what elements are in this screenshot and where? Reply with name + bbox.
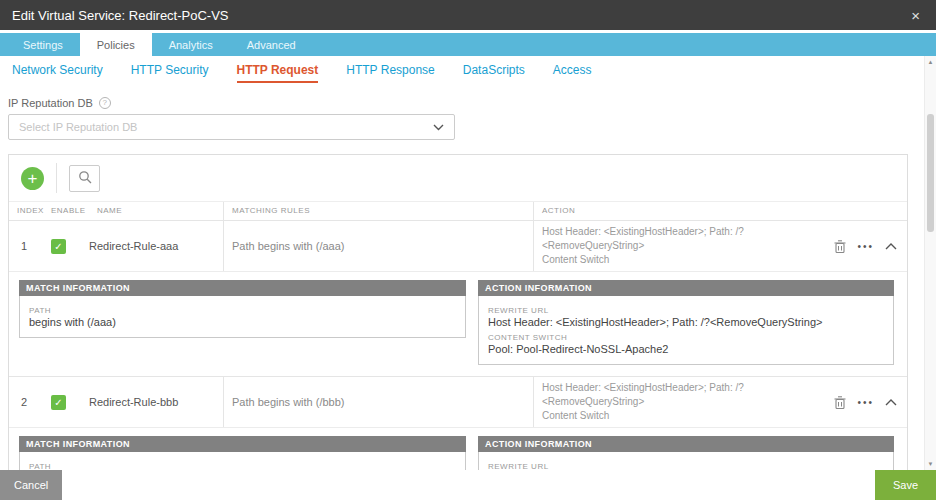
row-enable-cell: ✓	[43, 239, 89, 254]
policies-subtab-bar: Network Security HTTP Security HTTP Requ…	[0, 56, 936, 83]
modal-footer: Cancel Save	[0, 470, 936, 500]
rule-matching-rules: Path begins with (/aaa)	[223, 221, 533, 271]
rule-name: Redirect-Rule-bbb	[89, 396, 223, 408]
match-information-body: PATH begins with (/bbb)	[19, 452, 466, 470]
ip-reputation-dropdown[interactable]: Select IP Reputation DB	[8, 114, 455, 140]
enable-checkbox[interactable]: ✓	[51, 395, 66, 410]
subtab-http-request[interactable]: HTTP Request	[237, 59, 319, 83]
table-header-row: INDEX ENABLE NAME MATCHING RULES ACTION	[9, 201, 907, 220]
close-icon[interactable]: ×	[907, 7, 924, 24]
action-information-panel: ACTION INFORMATION REWRITE URL Host Head…	[478, 280, 894, 365]
scroll-up-icon[interactable]: ▲	[925, 59, 936, 65]
rules-grid: + INDEX ENABLE NAME MATCHING RULES ACTIO…	[8, 154, 908, 470]
modal-title: Edit Virtual Service: Redirect-PoC-VS	[12, 8, 907, 23]
match-information-header: MATCH INFORMATION	[19, 436, 466, 452]
action-information-body: REWRITE URL Host Header: <ExistingHostHe…	[478, 452, 894, 470]
rule-action-cell: Host Header: <ExistingHostHeader>; Path:…	[533, 377, 907, 427]
rule-detail-panel: MATCH INFORMATION PATH begins with (/bbb…	[9, 427, 907, 470]
enable-checkbox[interactable]: ✓	[51, 239, 66, 254]
path-label: PATH	[29, 306, 456, 315]
column-header-action: ACTION	[533, 202, 907, 220]
action-line1: Host Header: <ExistingHostHeader>; Path:…	[542, 381, 834, 409]
more-options-icon[interactable]: •••	[857, 241, 874, 252]
action-line2: Content Switch	[542, 253, 834, 267]
rewrite-url-label: REWRITE URL	[488, 306, 884, 315]
ip-reputation-label-row: IP Reputation DB ?	[8, 97, 908, 109]
ip-reputation-label: IP Reputation DB	[8, 97, 93, 109]
column-header-enable: ENABLE	[43, 202, 89, 220]
action-information-header: ACTION INFORMATION	[478, 280, 894, 296]
vertical-scrollbar[interactable]: ▲ ▼	[924, 56, 936, 470]
content-switch-label: CONTENT SWITCH	[488, 333, 884, 342]
main-tab-bar: Settings Policies Analytics Advanced	[0, 33, 936, 56]
subtab-network-security[interactable]: Network Security	[12, 59, 103, 83]
action-information-body: REWRITE URL Host Header: <ExistingHostHe…	[478, 296, 894, 365]
chevron-down-icon	[433, 124, 444, 131]
grid-toolbar: +	[9, 155, 907, 201]
path-value: begins with (/aaa)	[29, 316, 456, 328]
trash-icon[interactable]	[834, 240, 846, 253]
match-information-body: PATH begins with (/aaa)	[19, 296, 466, 338]
action-line2: Content Switch	[542, 409, 834, 423]
search-icon	[78, 170, 92, 187]
toolbar-divider	[56, 163, 57, 193]
subtab-access[interactable]: Access	[553, 59, 592, 83]
rewrite-url-label: REWRITE URL	[488, 462, 884, 470]
rule-detail-panel: MATCH INFORMATION PATH begins with (/aaa…	[9, 271, 907, 376]
action-information-header: ACTION INFORMATION	[478, 436, 894, 452]
help-icon[interactable]: ?	[99, 97, 111, 109]
tab-policies[interactable]: Policies	[80, 33, 152, 56]
add-rule-button[interactable]: +	[21, 167, 44, 190]
tab-settings[interactable]: Settings	[6, 33, 80, 56]
tab-advanced[interactable]: Advanced	[230, 33, 313, 56]
content-area: Network Security HTTP Security HTTP Requ…	[0, 56, 936, 470]
modal-header: Edit Virtual Service: Redirect-PoC-VS ×	[0, 0, 936, 30]
match-information-header: MATCH INFORMATION	[19, 280, 466, 296]
row-index: 1	[9, 240, 43, 252]
row-icons: •••	[834, 396, 901, 409]
table-row: 2 ✓ Redirect-Rule-bbb Path begins with (…	[9, 376, 907, 427]
match-information-panel: MATCH INFORMATION PATH begins with (/aaa…	[19, 280, 466, 365]
chevron-up-icon[interactable]	[885, 243, 897, 250]
subtab-http-response[interactable]: HTTP Response	[346, 59, 434, 83]
save-button[interactable]: Save	[875, 470, 936, 500]
scroll-content: IP Reputation DB ? Select IP Reputation …	[0, 97, 936, 470]
column-header-name: NAME	[89, 202, 223, 220]
scroll-down-icon[interactable]: ▼	[925, 461, 936, 467]
tab-analytics[interactable]: Analytics	[152, 33, 230, 56]
more-options-icon[interactable]: •••	[857, 397, 874, 408]
path-label: PATH	[29, 462, 456, 470]
rule-matching-rules: Path begins with (/bbb)	[223, 377, 533, 427]
chevron-up-icon[interactable]	[885, 399, 897, 406]
row-icons: •••	[834, 240, 901, 253]
search-button[interactable]	[69, 165, 100, 192]
match-information-panel: MATCH INFORMATION PATH begins with (/bbb…	[19, 436, 466, 470]
row-index: 2	[9, 396, 43, 408]
rule-action-text: Host Header: <ExistingHostHeader>; Path:…	[542, 381, 834, 423]
action-line1: Host Header: <ExistingHostHeader>; Path:…	[542, 225, 834, 253]
rule-name: Redirect-Rule-aaa	[89, 240, 223, 252]
rewrite-url-value: Host Header: <ExistingHostHeader>; Path:…	[488, 316, 884, 328]
column-header-matching-rules: MATCHING RULES	[223, 202, 533, 220]
content-switch-value: Pool: Pool-Redirect-NoSSL-Apache2	[488, 343, 884, 355]
column-header-index: INDEX	[9, 202, 43, 220]
cancel-button[interactable]: Cancel	[0, 470, 62, 500]
trash-icon[interactable]	[834, 396, 846, 409]
subtab-http-security[interactable]: HTTP Security	[131, 59, 209, 83]
row-enable-cell: ✓	[43, 395, 89, 410]
rule-action-text: Host Header: <ExistingHostHeader>; Path:…	[542, 225, 834, 267]
subtab-datascripts[interactable]: DataScripts	[463, 59, 525, 83]
ip-reputation-placeholder: Select IP Reputation DB	[19, 121, 137, 133]
rule-action-cell: Host Header: <ExistingHostHeader>; Path:…	[533, 221, 907, 271]
action-information-panel: ACTION INFORMATION REWRITE URL Host Head…	[478, 436, 894, 470]
scrollbar-thumb[interactable]	[927, 114, 934, 232]
table-row: 1 ✓ Redirect-Rule-aaa Path begins with (…	[9, 220, 907, 271]
